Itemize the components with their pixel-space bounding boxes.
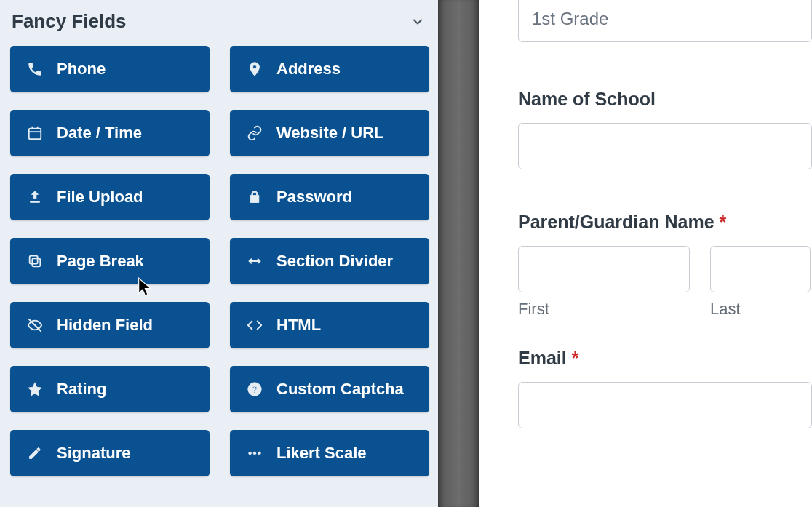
field-password[interactable]: Password bbox=[230, 174, 429, 220]
link-icon bbox=[246, 124, 263, 142]
grade-field: 1st Grade bbox=[518, 0, 812, 42]
copy-icon bbox=[26, 252, 44, 270]
field-label: Date / Time bbox=[57, 124, 142, 143]
field-label: Signature bbox=[57, 444, 130, 463]
lock-icon bbox=[246, 188, 263, 206]
required-marker: * bbox=[572, 348, 579, 368]
fields-grid: Phone Address Date / Time Website / URL bbox=[7, 46, 431, 476]
divider-icon bbox=[246, 252, 263, 270]
school-label: Name of School bbox=[518, 89, 812, 110]
parent-label: Parent/Guardian Name * bbox=[518, 212, 812, 233]
svg-point-12 bbox=[258, 452, 261, 455]
field-label: Page Break bbox=[57, 252, 144, 271]
form-preview: 1st Grade Name of School Parent/Guardian… bbox=[479, 0, 812, 507]
chevron-down-icon[interactable] bbox=[409, 13, 426, 31]
field-datetime[interactable]: Date / Time bbox=[10, 110, 210, 156]
last-sublabel: Last bbox=[710, 300, 811, 319]
svg-rect-0 bbox=[29, 129, 41, 140]
field-rating[interactable]: Rating bbox=[10, 366, 210, 412]
pencil-icon bbox=[26, 444, 44, 462]
field-file-upload[interactable]: File Upload bbox=[10, 174, 210, 220]
calendar-icon bbox=[26, 124, 44, 142]
school-field: Name of School bbox=[518, 89, 812, 169]
field-html[interactable]: HTML bbox=[230, 302, 429, 348]
dots-icon bbox=[246, 444, 263, 462]
first-sublabel: First bbox=[518, 300, 690, 319]
field-label: Hidden Field bbox=[57, 316, 153, 335]
field-label: Likert Scale bbox=[276, 444, 367, 463]
field-label: Website / URL bbox=[276, 124, 384, 143]
field-custom-captcha[interactable]: ? Custom Captcha bbox=[230, 366, 429, 412]
upload-icon bbox=[26, 188, 44, 206]
first-name-input[interactable] bbox=[518, 246, 690, 292]
field-label: HTML bbox=[276, 316, 321, 335]
svg-point-11 bbox=[253, 452, 256, 455]
required-marker: * bbox=[719, 212, 726, 232]
field-label: Rating bbox=[57, 380, 106, 399]
email-label: Email * bbox=[518, 348, 812, 369]
svg-text:?: ? bbox=[252, 384, 258, 395]
resize-handle[interactable] bbox=[438, 0, 479, 507]
field-hidden[interactable]: Hidden Field bbox=[10, 302, 210, 348]
field-section-divider[interactable]: Section Divider bbox=[230, 238, 429, 284]
last-name-input[interactable] bbox=[710, 246, 811, 292]
email-label-text: Email bbox=[518, 348, 567, 368]
sidebar-header[interactable]: Fancy Fields bbox=[7, 0, 431, 46]
field-label: Phone bbox=[57, 60, 106, 79]
svg-rect-4 bbox=[32, 258, 40, 266]
phone-icon bbox=[26, 60, 44, 78]
question-icon: ? bbox=[246, 380, 263, 398]
pin-icon bbox=[246, 60, 263, 78]
parent-label-text: Parent/Guardian Name bbox=[518, 212, 715, 232]
field-label: Section Divider bbox=[276, 252, 393, 271]
first-name-col: First bbox=[518, 246, 690, 319]
school-input[interactable] bbox=[518, 123, 812, 169]
star-icon bbox=[26, 380, 44, 398]
sidebar-title: Fancy Fields bbox=[12, 10, 127, 33]
grade-select[interactable]: 1st Grade bbox=[518, 0, 812, 42]
email-field: Email * bbox=[518, 348, 812, 428]
field-label: File Upload bbox=[57, 188, 143, 207]
field-url[interactable]: Website / URL bbox=[230, 110, 429, 156]
fields-sidebar: Fancy Fields Phone Address Date / Time bbox=[0, 0, 438, 507]
svg-point-10 bbox=[249, 452, 252, 455]
eye-off-icon bbox=[26, 316, 44, 334]
field-label: Address bbox=[276, 60, 341, 79]
svg-rect-5 bbox=[30, 256, 38, 264]
code-icon bbox=[246, 316, 263, 334]
field-address[interactable]: Address bbox=[230, 46, 429, 92]
parent-field: Parent/Guardian Name * First Last bbox=[518, 212, 812, 319]
field-likert[interactable]: Likert Scale bbox=[230, 430, 429, 476]
field-label: Custom Captcha bbox=[276, 380, 404, 399]
grade-value: 1st Grade bbox=[532, 9, 608, 29]
field-signature[interactable]: Signature bbox=[10, 430, 210, 476]
email-input[interactable] bbox=[518, 382, 812, 428]
field-label: Password bbox=[276, 188, 352, 207]
last-name-col: Last bbox=[710, 246, 811, 319]
field-page-break[interactable]: Page Break bbox=[10, 238, 210, 284]
field-phone[interactable]: Phone bbox=[10, 46, 210, 92]
